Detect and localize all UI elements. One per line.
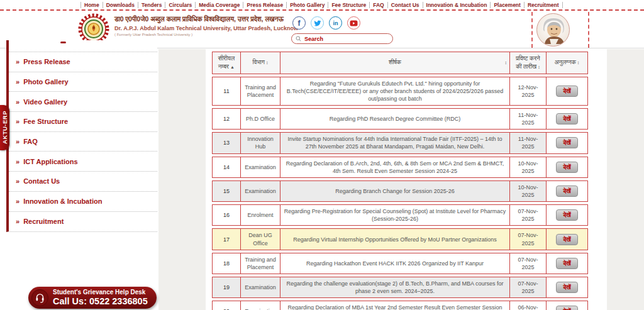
- grievance-text: Student's Grievance Help Desk Call Us: 0…: [53, 289, 148, 306]
- cell-entry-date: 07-Nov-2025: [509, 277, 546, 298]
- nav-item-fee-structure[interactable]: Fee Structure: [328, 2, 370, 8]
- twitter-bird-glyph: [314, 19, 321, 27]
- chevron-bullet-icon: »: [16, 158, 19, 165]
- cell-attachment: देखें: [546, 77, 588, 106]
- nav-item-downloads[interactable]: Downloads: [103, 2, 138, 8]
- chevron-bullet-icon: »: [16, 138, 19, 145]
- view-button[interactable]: देखें: [556, 209, 577, 221]
- sidebar-item-faq[interactable]: »FAQ: [9, 132, 157, 152]
- linkedin-icon[interactable]: in: [329, 16, 342, 30]
- cell-title: Regarding Hackathon Event HACK IITK 2026…: [280, 253, 509, 274]
- cell-attachment: देखें: [546, 301, 588, 310]
- cell-title: Regarding Branch Change for Session 2025…: [280, 180, 509, 202]
- table-row: 17Dean UG OfficeRegarding Virtual Intern…: [212, 228, 588, 250]
- cell-entry-date: 07-Nov-2025: [509, 228, 546, 250]
- content-gap-right: [607, 49, 644, 310]
- sidebar-item-innovation-incubation[interactable]: »Innovation & Incubation: [9, 192, 157, 212]
- nav-item-contact-us[interactable]: Contact Us: [388, 2, 423, 8]
- view-button[interactable]: देखें: [556, 306, 577, 310]
- cell-department: Examination: [240, 301, 280, 310]
- table-row: 19ExaminationRegarding the challenge eva…: [212, 277, 588, 298]
- sidebar-item-photo-gallery[interactable]: »Photo Gallery: [9, 72, 157, 92]
- nav-item-recruitment[interactable]: Recruitment: [525, 2, 563, 8]
- nav-item-circulars[interactable]: Circulars: [165, 2, 196, 8]
- sort-icon: ↕: [505, 60, 508, 65]
- page: HomeDownloadsTendersCircularsMedia Cover…: [0, 0, 644, 310]
- cell-department: Dean UG Office: [240, 228, 280, 250]
- nav-item-photo-gallery[interactable]: Photo Gallery: [287, 2, 328, 8]
- cell-entry-date: 07-Nov-2025: [509, 204, 546, 226]
- column-header-2[interactable]: शीर्षक↕: [280, 52, 509, 74]
- sidebar-item-press-release[interactable]: »Press Release: [9, 52, 157, 72]
- university-titles: डा0 ए0पी0जे0 अब्दुल कलाम प्राविधिक विश्व…: [114, 15, 298, 36]
- cell-entry-date: 10-Nov-2025: [509, 180, 546, 202]
- sidebar-item-label: Press Release: [23, 58, 70, 65]
- column-header-label: शीर्षक: [389, 58, 401, 65]
- nav-item-tenders[interactable]: Tenders: [138, 2, 165, 8]
- view-button[interactable]: देखें: [556, 234, 577, 245]
- content-gap-left: [158, 49, 206, 310]
- university-name-english: Dr. A.P.J. Abdul Kalam Technical Univers…: [114, 25, 298, 31]
- search-icon: [296, 36, 301, 42]
- sidebar-item-contact-us[interactable]: »Contact Us: [9, 172, 157, 192]
- sidebar-item-label: ICT Applications: [23, 158, 77, 165]
- sort-icon: ↕: [266, 60, 269, 65]
- cell-department: Enrolment: [240, 204, 280, 226]
- view-button[interactable]: देखें: [556, 86, 577, 97]
- view-button[interactable]: देखें: [556, 113, 577, 125]
- nav-item-press-release[interactable]: Press Release: [243, 2, 287, 8]
- nav-item-placement[interactable]: Placement: [491, 2, 525, 8]
- cell-attachment: देखें: [546, 204, 588, 226]
- sidebar-item-ict-applications[interactable]: »ICT Applications: [9, 152, 157, 172]
- cell-entry-date: 07-Nov-2025: [509, 253, 546, 274]
- view-button[interactable]: देखें: [556, 282, 577, 293]
- column-header-3[interactable]: प्रविष्ट करने की तारीख↕: [509, 52, 546, 74]
- sidebar-item-label: Contact Us: [23, 177, 60, 185]
- cell-title: Regarding Virtual Internship Opportuniti…: [280, 228, 509, 250]
- cell-title: Regarding the challenge evaluation(stage…: [280, 277, 509, 298]
- sidebar-item-label: Recruitment: [23, 218, 64, 225]
- column-header-0[interactable]: सीरीयल नम्बर▲: [212, 52, 240, 74]
- column-header-4[interactable]: अनुलग्नक↕: [546, 52, 588, 74]
- nav-item-media-coverage[interactable]: Media Coverage: [196, 2, 243, 8]
- sidebar-item-video-gallery[interactable]: »Video Gallery: [9, 92, 157, 112]
- cell-serial: 19: [212, 277, 240, 298]
- nav-item-faq[interactable]: FAQ: [370, 2, 387, 8]
- sidebar-item-fee-structure[interactable]: »Fee Structure: [9, 112, 157, 132]
- view-button[interactable]: देखें: [556, 137, 577, 148]
- column-header-label: प्रविष्ट करने की तारीख: [516, 55, 540, 70]
- facebook-glyph: f: [298, 19, 301, 28]
- grievance-helpdesk-pill[interactable]: Student's Grievance Help Desk Call Us: 0…: [28, 287, 157, 309]
- cell-serial: 15: [212, 180, 240, 202]
- cell-department: Training and Placement: [240, 253, 280, 274]
- nav-item-home[interactable]: Home: [80, 2, 103, 8]
- youtube-icon[interactable]: [347, 16, 360, 30]
- cell-title: Regarding "Future Gurukuls Edutech Pvt. …: [280, 77, 509, 106]
- view-button[interactable]: देखें: [556, 258, 577, 269]
- search-input[interactable]: [304, 36, 380, 42]
- sidebar-item-label: Photo Gallery: [23, 78, 69, 86]
- facebook-icon[interactable]: f: [292, 16, 306, 30]
- chevron-bullet-icon: »: [16, 58, 19, 65]
- cell-attachment: देखें: [546, 180, 588, 202]
- university-name-formerly: ( Formerly Uttar Pradesh Technical Unive…: [114, 33, 298, 36]
- table-row: 13Innovation HubInvite Startup Nominatio…: [212, 132, 588, 153]
- chevron-bullet-icon: »: [16, 177, 19, 185]
- aktu-erp-tab[interactable]: AKTU-ERP: [0, 105, 9, 150]
- view-button[interactable]: देखें: [556, 162, 577, 173]
- column-header-1[interactable]: विभाग↕: [240, 52, 280, 74]
- chevron-bullet-icon: »: [16, 78, 19, 86]
- sort-icon: ▲: [230, 65, 235, 69]
- nav-item-innovation-incubation[interactable]: Innovation & Incubation: [423, 2, 491, 8]
- notices-panel: सीरीयल नम्बर▲विभाग↕शीर्षक↕प्रविष्ट करने …: [206, 49, 607, 310]
- view-button[interactable]: देखें: [556, 185, 577, 197]
- sidebar-item-recruitment[interactable]: »Recruitment: [9, 212, 157, 232]
- cell-serial: 18: [212, 253, 240, 274]
- cell-title: Regarding PhD Research Degree Committee …: [280, 108, 509, 130]
- twitter-icon[interactable]: [311, 16, 324, 30]
- cell-entry-date: 11-Nov-2025: [509, 108, 546, 130]
- university-name-hindi: डा0 ए0पी0जे0 अब्दुल कलाम प्राविधिक विश्व…: [114, 15, 298, 23]
- cell-entry-date: 10-Nov-2025: [509, 157, 546, 178]
- cell-attachment: देखें: [546, 277, 588, 298]
- table-row: 16EnrolmentRegarding Pre-Registration fo…: [212, 204, 588, 226]
